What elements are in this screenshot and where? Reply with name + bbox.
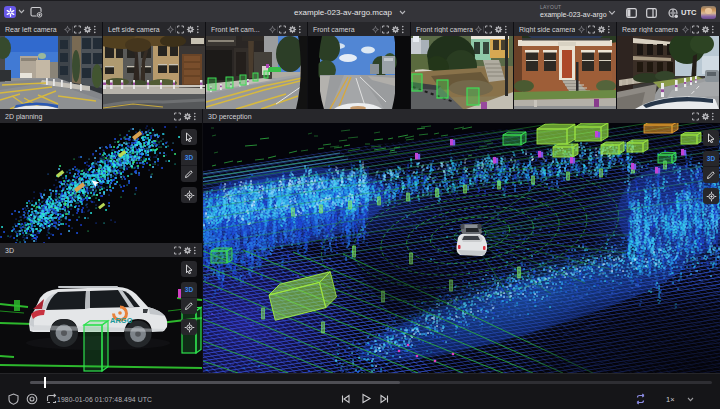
svg-text:ARGO: ARGO (110, 316, 133, 325)
